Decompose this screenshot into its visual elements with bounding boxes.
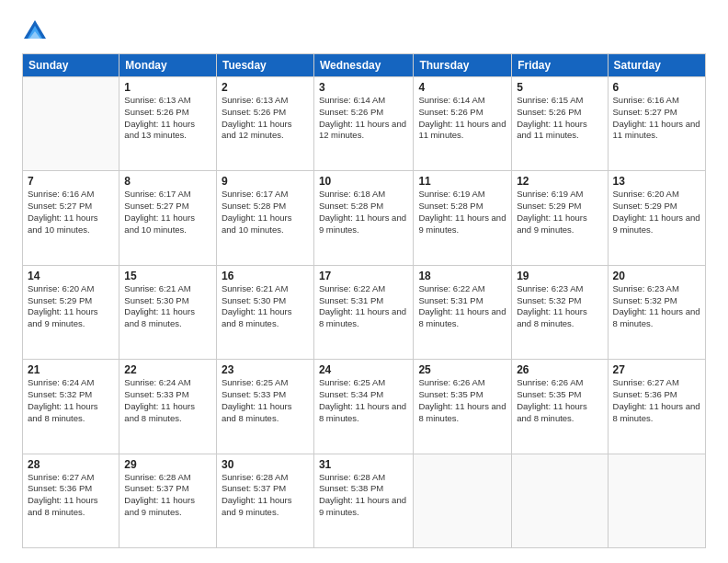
day-info: Sunrise: 6:26 AM Sunset: 5:35 PM Dayligh… [418, 377, 506, 424]
day-number: 17 [319, 270, 408, 282]
calendar-cell: 17Sunrise: 6:22 AM Sunset: 5:31 PM Dayli… [313, 265, 413, 359]
day-info: Sunrise: 6:21 AM Sunset: 5:30 PM Dayligh… [222, 283, 309, 330]
day-number: 14 [28, 270, 114, 282]
weekday-header: Thursday [414, 54, 512, 77]
day-info: Sunrise: 6:15 AM Sunset: 5:26 PM Dayligh… [517, 95, 602, 142]
day-info: Sunrise: 6:19 AM Sunset: 5:28 PM Dayligh… [418, 189, 506, 236]
day-info: Sunrise: 6:18 AM Sunset: 5:28 PM Dayligh… [319, 189, 408, 236]
day-number: 29 [124, 458, 211, 471]
day-info: Sunrise: 6:20 AM Sunset: 5:29 PM Dayligh… [28, 283, 114, 330]
day-number: 7 [28, 175, 114, 188]
calendar-cell [23, 77, 119, 171]
day-info: Sunrise: 6:22 AM Sunset: 5:31 PM Dayligh… [319, 283, 408, 330]
day-info: Sunrise: 6:13 AM Sunset: 5:26 PM Dayligh… [222, 95, 309, 142]
day-info: Sunrise: 6:27 AM Sunset: 5:36 PM Dayligh… [28, 472, 114, 519]
day-number: 6 [613, 81, 700, 94]
calendar-cell: 6Sunrise: 6:16 AM Sunset: 5:27 PM Daylig… [608, 77, 705, 171]
weekday-header: Wednesday [313, 54, 413, 77]
day-number: 18 [418, 270, 506, 282]
calendar-cell: 29Sunrise: 6:28 AM Sunset: 5:37 PM Dayli… [119, 454, 217, 547]
calendar-cell: 28Sunrise: 6:27 AM Sunset: 5:36 PM Dayli… [23, 454, 119, 547]
day-number: 5 [517, 81, 602, 94]
calendar-cell: 16Sunrise: 6:21 AM Sunset: 5:30 PM Dayli… [216, 265, 313, 359]
header [22, 18, 706, 44]
day-number: 13 [613, 175, 700, 188]
day-info: Sunrise: 6:19 AM Sunset: 5:29 PM Dayligh… [517, 189, 602, 236]
day-info: Sunrise: 6:24 AM Sunset: 5:33 PM Dayligh… [124, 377, 211, 424]
calendar-cell [414, 454, 512, 547]
logo [22, 18, 50, 44]
calendar-cell: 21Sunrise: 6:24 AM Sunset: 5:32 PM Dayli… [23, 360, 119, 454]
weekday-header: Tuesday [216, 54, 313, 77]
day-info: Sunrise: 6:27 AM Sunset: 5:36 PM Dayligh… [613, 377, 700, 424]
calendar-cell: 7Sunrise: 6:16 AM Sunset: 5:27 PM Daylig… [23, 171, 119, 265]
calendar-cell: 3Sunrise: 6:14 AM Sunset: 5:26 PM Daylig… [313, 77, 413, 171]
day-number: 9 [222, 175, 309, 188]
day-number: 11 [418, 175, 506, 188]
calendar-table: SundayMondayTuesdayWednesdayThursdayFrid… [22, 53, 706, 548]
day-number: 2 [222, 81, 309, 94]
calendar-cell: 19Sunrise: 6:23 AM Sunset: 5:32 PM Dayli… [512, 265, 608, 359]
day-info: Sunrise: 6:14 AM Sunset: 5:26 PM Dayligh… [418, 95, 506, 142]
calendar-cell: 26Sunrise: 6:26 AM Sunset: 5:35 PM Dayli… [512, 360, 608, 454]
calendar-cell: 20Sunrise: 6:23 AM Sunset: 5:32 PM Dayli… [608, 265, 705, 359]
day-number: 25 [418, 363, 506, 376]
day-info: Sunrise: 6:23 AM Sunset: 5:32 PM Dayligh… [613, 283, 700, 330]
weekday-header: Monday [119, 54, 217, 77]
day-info: Sunrise: 6:22 AM Sunset: 5:31 PM Dayligh… [418, 283, 506, 330]
day-info: Sunrise: 6:17 AM Sunset: 5:28 PM Dayligh… [222, 189, 309, 236]
day-info: Sunrise: 6:21 AM Sunset: 5:30 PM Dayligh… [124, 283, 211, 330]
day-number: 15 [124, 270, 211, 282]
day-info: Sunrise: 6:20 AM Sunset: 5:29 PM Dayligh… [613, 189, 700, 236]
calendar-cell: 9Sunrise: 6:17 AM Sunset: 5:28 PM Daylig… [216, 171, 313, 265]
day-number: 30 [222, 458, 309, 471]
day-info: Sunrise: 6:16 AM Sunset: 5:27 PM Dayligh… [28, 189, 114, 236]
day-number: 8 [124, 175, 211, 188]
weekday-header: Friday [512, 54, 608, 77]
day-info: Sunrise: 6:23 AM Sunset: 5:32 PM Dayligh… [517, 283, 602, 330]
calendar-cell: 8Sunrise: 6:17 AM Sunset: 5:27 PM Daylig… [119, 171, 217, 265]
day-number: 19 [517, 270, 602, 282]
calendar-cell [608, 454, 705, 547]
calendar-cell: 14Sunrise: 6:20 AM Sunset: 5:29 PM Dayli… [23, 265, 119, 359]
weekday-header: Sunday [23, 54, 119, 77]
day-number: 23 [222, 363, 309, 376]
day-number: 21 [28, 363, 114, 376]
calendar-cell: 22Sunrise: 6:24 AM Sunset: 5:33 PM Dayli… [119, 360, 217, 454]
calendar-cell: 13Sunrise: 6:20 AM Sunset: 5:29 PM Dayli… [608, 171, 705, 265]
calendar-cell: 10Sunrise: 6:18 AM Sunset: 5:28 PM Dayli… [313, 171, 413, 265]
day-info: Sunrise: 6:28 AM Sunset: 5:38 PM Dayligh… [319, 472, 408, 519]
day-number: 3 [319, 81, 408, 94]
page: SundayMondayTuesdayWednesdayThursdayFrid… [0, 0, 728, 563]
day-info: Sunrise: 6:28 AM Sunset: 5:37 PM Dayligh… [222, 472, 309, 519]
calendar-cell: 4Sunrise: 6:14 AM Sunset: 5:26 PM Daylig… [414, 77, 512, 171]
day-number: 31 [319, 458, 408, 471]
day-info: Sunrise: 6:24 AM Sunset: 5:32 PM Dayligh… [28, 377, 114, 424]
day-number: 28 [28, 458, 114, 471]
calendar-cell: 11Sunrise: 6:19 AM Sunset: 5:28 PM Dayli… [414, 171, 512, 265]
day-number: 10 [319, 175, 408, 188]
day-number: 20 [613, 270, 700, 282]
calendar-cell: 31Sunrise: 6:28 AM Sunset: 5:38 PM Dayli… [313, 454, 413, 547]
calendar-cell: 15Sunrise: 6:21 AM Sunset: 5:30 PM Dayli… [119, 265, 217, 359]
day-number: 24 [319, 363, 408, 376]
day-info: Sunrise: 6:13 AM Sunset: 5:26 PM Dayligh… [124, 95, 211, 142]
day-number: 1 [124, 81, 211, 94]
day-info: Sunrise: 6:25 AM Sunset: 5:34 PM Dayligh… [319, 377, 408, 424]
calendar-cell: 1Sunrise: 6:13 AM Sunset: 5:26 PM Daylig… [119, 77, 217, 171]
calendar-cell: 25Sunrise: 6:26 AM Sunset: 5:35 PM Dayli… [414, 360, 512, 454]
day-info: Sunrise: 6:17 AM Sunset: 5:27 PM Dayligh… [124, 189, 211, 236]
calendar-cell: 2Sunrise: 6:13 AM Sunset: 5:26 PM Daylig… [216, 77, 313, 171]
calendar-cell: 23Sunrise: 6:25 AM Sunset: 5:33 PM Dayli… [216, 360, 313, 454]
weekday-header: Saturday [608, 54, 705, 77]
day-number: 22 [124, 363, 211, 376]
calendar-cell: 30Sunrise: 6:28 AM Sunset: 5:37 PM Dayli… [216, 454, 313, 547]
calendar-cell: 5Sunrise: 6:15 AM Sunset: 5:26 PM Daylig… [512, 77, 608, 171]
logo-icon [22, 18, 48, 44]
day-info: Sunrise: 6:16 AM Sunset: 5:27 PM Dayligh… [613, 95, 700, 142]
day-number: 26 [517, 363, 602, 376]
day-number: 16 [222, 270, 309, 282]
calendar-cell: 18Sunrise: 6:22 AM Sunset: 5:31 PM Dayli… [414, 265, 512, 359]
day-number: 4 [418, 81, 506, 94]
calendar-cell: 12Sunrise: 6:19 AM Sunset: 5:29 PM Dayli… [512, 171, 608, 265]
